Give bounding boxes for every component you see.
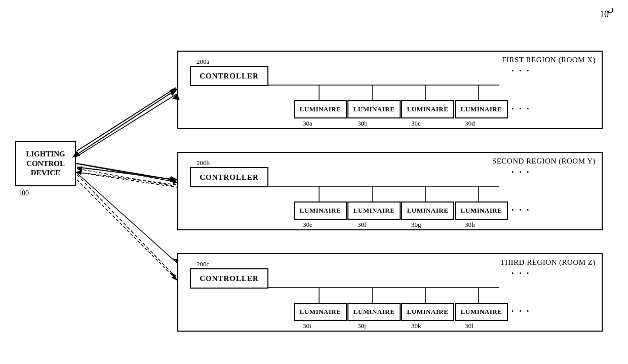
region2-controller-ref: 200b [197, 159, 210, 167]
svg-line-26 [77, 169, 172, 186]
svg-line-2 [76, 164, 177, 182]
region2-lum1-ref: 30e [303, 221, 312, 229]
region2-dots-top: · · · [512, 167, 531, 178]
region1-luminaire1: LUMINAIRE [294, 100, 347, 118]
region3-lum4-ref: 30l [465, 322, 474, 330]
svg-marker-25 [170, 176, 176, 182]
region2-luminaire4: LUMINAIRE [455, 201, 508, 220]
region3-dots-lum: · · · [512, 306, 531, 317]
region3-dots-top: · · · [512, 268, 531, 279]
region2-luminaire3: LUMINAIRE [401, 201, 454, 220]
region3-lum3-ref: 30k [411, 322, 421, 330]
region3-luminaire1: LUMINAIRE [294, 303, 347, 321]
region1-dots-top: · · · [512, 66, 531, 76]
svg-marker-29 [170, 271, 176, 277]
region3-lum1-ref: 30i [303, 322, 311, 330]
region1-dots-lum: · · · [512, 104, 531, 114]
region1-lum1-ref: 30a [303, 119, 312, 128]
region3-luminaire4: LUMINAIRE [455, 303, 508, 321]
region1-lum3-ref: 30c [411, 119, 421, 128]
region1-luminaire4: LUMINAIRE [455, 100, 508, 118]
svg-line-28 [77, 175, 172, 273]
svg-line-33 [77, 180, 176, 279]
region2-lum3-ref: 30g [411, 221, 421, 229]
lcd-box: LIGHTINGCONTROLDEVICE [15, 141, 76, 186]
lcd-label: LIGHTINGCONTROLDEVICE [26, 149, 65, 178]
region1-label: FIRST REGION (ROOM X) [502, 56, 596, 64]
diagram: ⤶ 10 [0, 0, 628, 364]
svg-marker-27 [77, 166, 82, 172]
region3-label: THIRD REGION (ROOM Z) [500, 258, 596, 267]
svg-marker-23 [170, 87, 176, 96]
region3-controller: CONTROLLER [190, 268, 268, 289]
svg-line-24 [77, 164, 172, 180]
patent-number: 10 [600, 9, 609, 20]
region2-lum4-ref: 30h [465, 221, 475, 229]
svg-line-0 [76, 94, 177, 157]
region1-luminaire3: LUMINAIRE [401, 100, 454, 118]
region1-lum4-ref: 30d [465, 119, 475, 128]
region2-controller: CONTROLLER [190, 167, 268, 187]
region3-lum2-ref: 30j [358, 322, 366, 330]
svg-line-6 [76, 172, 177, 187]
svg-line-31 [77, 167, 176, 180]
region3-controller-ref: 200c [197, 260, 209, 268]
svg-line-30 [77, 90, 176, 154]
region1-lum2-ref: 30b [358, 119, 368, 128]
lcd-ref: 100 [18, 189, 29, 197]
region2-lum2-ref: 30f [358, 221, 366, 229]
region3-luminaire2: LUMINAIRE [347, 303, 401, 321]
svg-line-4 [76, 172, 177, 263]
region2-luminaire2: LUMINAIRE [347, 201, 401, 220]
svg-line-22 [77, 90, 172, 151]
region2-luminaire1: LUMINAIRE [294, 201, 347, 220]
region1-controller-ref: 200a [197, 58, 209, 66]
svg-marker-3 [171, 178, 177, 184]
region1-luminaire2: LUMINAIRE [347, 100, 401, 118]
region1-controller: CONTROLLER [190, 66, 268, 86]
region2-dots-lum: · · · [512, 205, 531, 216]
region3-luminaire3: LUMINAIRE [401, 303, 454, 321]
svg-line-32 [77, 172, 176, 185]
region2-label: SECOND REGION (ROOM Y) [492, 157, 596, 166]
